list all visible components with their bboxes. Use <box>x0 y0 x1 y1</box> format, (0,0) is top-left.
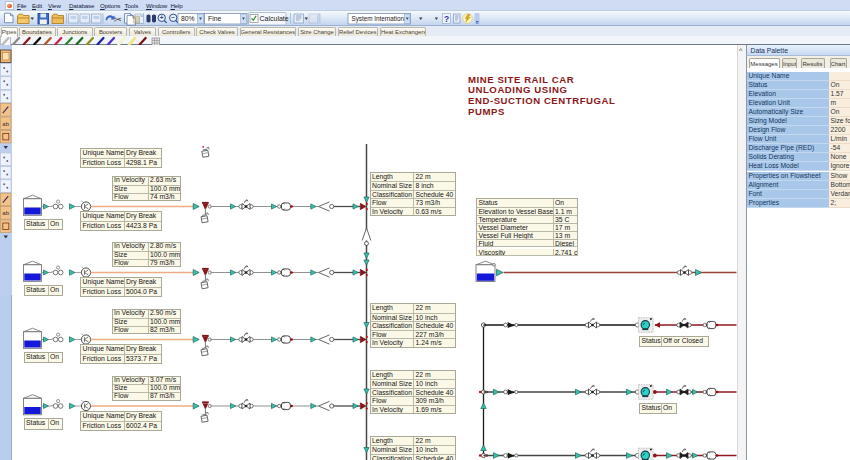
svg-text:80%: 80% <box>181 15 195 22</box>
svg-text:ab: ab <box>2 210 9 216</box>
svg-text:System International: System International <box>352 15 409 23</box>
svg-text:ab: ab <box>2 121 9 127</box>
svg-text:Fine: Fine <box>208 15 221 22</box>
svg-text:?: ? <box>444 14 449 24</box>
svg-text:−: − <box>171 14 175 21</box>
svg-text:+: + <box>160 14 164 21</box>
svg-text:Calculate: Calculate <box>260 15 289 22</box>
svg-text:✂: ✂ <box>114 14 122 25</box>
